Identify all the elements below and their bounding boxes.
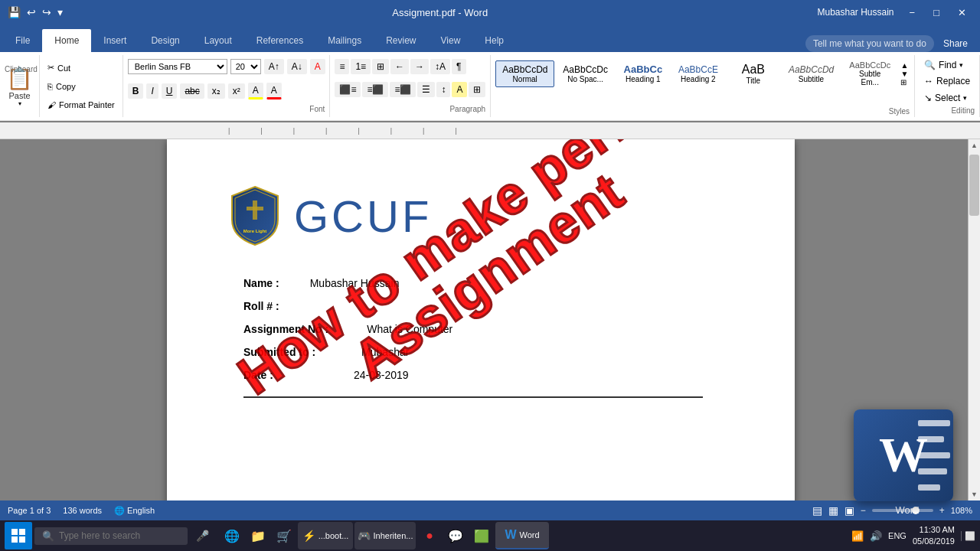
start-button[interactable] bbox=[5, 522, 32, 549]
font-highlight-button[interactable]: A bbox=[266, 83, 282, 99]
sort-button[interactable]: ↕A bbox=[430, 59, 450, 74]
taskbar-app-red[interactable]: ● bbox=[417, 522, 442, 549]
font-group: Berlin Sans FB 20 A↑ A↓ A B I U abc x₂ x… bbox=[123, 55, 331, 117]
tab-design[interactable]: Design bbox=[139, 29, 191, 52]
numbering-button[interactable]: 1≡ bbox=[351, 59, 371, 74]
show-desktop-button[interactable]: ⬜ bbox=[961, 531, 975, 541]
tray-network-icon[interactable]: 📶 bbox=[851, 530, 864, 542]
scroll-track[interactable] bbox=[969, 152, 980, 488]
copy-button[interactable]: ⎘ Copy bbox=[44, 80, 118, 93]
tab-help[interactable]: Help bbox=[472, 29, 516, 52]
taskbar-app-word[interactable]: W Word bbox=[495, 522, 549, 549]
tab-references[interactable]: References bbox=[244, 29, 315, 52]
taskbar-search[interactable]: 🔍 bbox=[34, 527, 188, 545]
superscript-button[interactable]: x² bbox=[228, 83, 245, 99]
line-spacing-button[interactable]: ↕ bbox=[436, 82, 450, 97]
multilevel-button[interactable]: ⊞ bbox=[372, 59, 389, 74]
taskbar-app-store[interactable]: 🛒 bbox=[272, 522, 296, 549]
font-shrink-button[interactable]: A↓ bbox=[287, 59, 307, 74]
doc-info-date: Date : 24-08-2019 bbox=[243, 369, 733, 381]
taskbar-search-input[interactable] bbox=[59, 530, 174, 541]
border-button[interactable]: ⊞ bbox=[469, 82, 485, 97]
view-web-icon[interactable]: ▣ bbox=[844, 504, 854, 517]
strikethrough-button[interactable]: abc bbox=[180, 83, 204, 99]
replace-button[interactable]: ↔ Replace bbox=[920, 73, 975, 89]
scroll-up-arrow[interactable]: ▲ bbox=[969, 139, 980, 152]
styles-group: AaBbCcDd Normal AaBbCcDc No Spac... AaBb… bbox=[491, 55, 915, 117]
taskbar-app-boot[interactable]: ⚡ ...boot... bbox=[298, 522, 353, 549]
share-button[interactable]: Share bbox=[943, 38, 968, 49]
style-no-spacing[interactable]: AaBbCcDc No Spac... bbox=[556, 60, 615, 87]
styles-scroll-down-icon[interactable]: ▼ bbox=[900, 70, 908, 78]
cortana-button[interactable]: 🎤 bbox=[190, 523, 214, 548]
vertical-scrollbar[interactable]: ▲ ▼ bbox=[968, 139, 980, 499]
close-button[interactable]: ✕ bbox=[952, 5, 972, 20]
copy-icon: ⎘ bbox=[47, 82, 53, 91]
style-title[interactable]: AaB Title bbox=[727, 59, 780, 89]
taskbar-app-files[interactable]: 📁 bbox=[246, 522, 270, 549]
italic-button[interactable]: I bbox=[146, 83, 158, 99]
style-subtitle[interactable]: AaBbCcDd Subtitle bbox=[782, 60, 841, 87]
font-grow-button[interactable]: A↑ bbox=[264, 59, 284, 74]
word-logo-label: Word bbox=[854, 504, 961, 516]
tab-review[interactable]: Review bbox=[374, 29, 428, 52]
bullets-button[interactable]: ≡ bbox=[335, 59, 349, 74]
select-button[interactable]: ↘ Select ▾ bbox=[920, 90, 972, 106]
tab-insert[interactable]: Insert bbox=[91, 29, 139, 52]
save-icon[interactable]: 💾 bbox=[8, 6, 21, 18]
styles-expand-icon[interactable]: ⊞ bbox=[900, 78, 908, 86]
tab-view[interactable]: View bbox=[429, 29, 473, 52]
font-color-button[interactable]: A bbox=[248, 83, 263, 99]
maximize-button[interactable]: □ bbox=[927, 5, 946, 20]
select-icon: ↘ bbox=[924, 93, 932, 103]
underline-button[interactable]: U bbox=[162, 83, 178, 99]
tab-layout[interactable]: Layout bbox=[192, 29, 244, 52]
subscript-button[interactable]: x₂ bbox=[207, 83, 225, 99]
align-right-button[interactable]: ≡⬛ bbox=[390, 82, 416, 97]
scroll-thumb[interactable] bbox=[969, 155, 979, 216]
find-icon: 🔍 bbox=[924, 60, 936, 70]
taskbar-app-green[interactable]: 🟩 bbox=[469, 522, 494, 549]
svg-rect-1 bbox=[247, 207, 263, 210]
redo-icon[interactable]: ↪ bbox=[42, 6, 51, 18]
tab-mailings[interactable]: Mailings bbox=[315, 29, 374, 52]
minimize-button[interactable]: − bbox=[903, 5, 922, 20]
style-heading2[interactable]: AaBbCcE Heading 2 bbox=[671, 60, 725, 87]
ruler: |||||||| bbox=[0, 122, 980, 139]
indent-decrease-button[interactable]: ← bbox=[390, 59, 409, 74]
format-painter-button[interactable]: 🖌 Format Painter bbox=[44, 99, 118, 111]
font-size-select[interactable]: 20 bbox=[230, 59, 261, 74]
style-heading1[interactable]: AaBbCc Heading 1 bbox=[616, 60, 670, 87]
show-hide-button[interactable]: ¶ bbox=[452, 59, 466, 74]
view-normal-icon[interactable]: ▤ bbox=[812, 504, 822, 517]
indent-increase-button[interactable]: → bbox=[410, 59, 429, 74]
font-face-select[interactable]: Berlin Sans FB bbox=[128, 59, 227, 74]
view-print-icon[interactable]: ▦ bbox=[828, 504, 838, 517]
content-area: More Light GCUF Name : Mubashar Hussain … bbox=[0, 139, 980, 499]
tab-home[interactable]: Home bbox=[42, 29, 91, 52]
page[interactable]: More Light GCUF Name : Mubashar Hussain … bbox=[167, 139, 795, 499]
find-button[interactable]: 🔍 Find ▾ bbox=[920, 57, 968, 73]
customize-icon[interactable]: ▾ bbox=[57, 6, 63, 18]
tell-me-input[interactable]: Tell me what you want to do bbox=[805, 35, 934, 52]
tray-volume-icon[interactable]: 🔊 bbox=[870, 530, 882, 542]
paste-label: Paste bbox=[8, 91, 30, 100]
align-left-button[interactable]: ⬛≡ bbox=[335, 82, 361, 97]
taskbar-app-browser[interactable]: 🌐 bbox=[220, 522, 244, 549]
style-subtle-emphasis[interactable]: AaBbCcDc Subtle Em... bbox=[842, 57, 897, 90]
scroll-down-arrow[interactable]: ▼ bbox=[969, 488, 980, 499]
tab-file[interactable]: File bbox=[3, 29, 42, 52]
style-normal[interactable]: AaBbCcDd Normal bbox=[495, 60, 554, 87]
shading-button[interactable]: A bbox=[452, 82, 467, 97]
tray-language[interactable]: ENG bbox=[888, 531, 906, 540]
taskbar-app-chat[interactable]: 💬 bbox=[443, 522, 468, 549]
justify-button[interactable]: ☰ bbox=[417, 82, 435, 97]
taskbar-app-inherit[interactable]: 🎮 Inheriten... bbox=[354, 522, 416, 549]
bold-button[interactable]: B bbox=[128, 83, 144, 99]
tray-datetime[interactable]: 11:30 AM 05/08/2019 bbox=[913, 524, 955, 548]
undo-icon[interactable]: ↩ bbox=[27, 6, 36, 18]
align-center-button[interactable]: ≡⬛ bbox=[362, 82, 388, 97]
cut-button[interactable]: ✂ Cut bbox=[44, 61, 118, 74]
clear-format-button[interactable]: A bbox=[310, 59, 325, 74]
styles-scroll-up-icon[interactable]: ▲ bbox=[900, 61, 908, 70]
